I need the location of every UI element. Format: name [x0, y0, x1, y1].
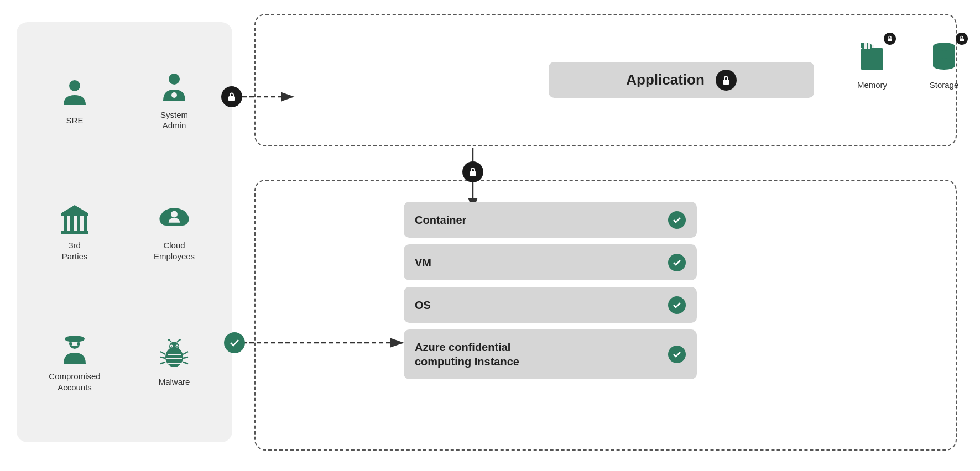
- svg-line-39: [183, 362, 188, 364]
- bottom-connector-check: [224, 332, 245, 353]
- stack-container: Container VM OS Azure confidentialcomput…: [404, 202, 697, 379]
- application-bar: Application: [549, 62, 814, 98]
- third-parties-label: 3rdParties: [62, 240, 88, 261]
- actor-compromised-accounts: CompromisedAccounts: [49, 333, 100, 393]
- sre-label: SRE: [66, 115, 84, 126]
- azure-check: [668, 346, 686, 363]
- svg-rect-68: [470, 171, 476, 176]
- resource-memory: Memory: [853, 37, 892, 90]
- actor-cloud-employees: CloudEmployees: [154, 202, 195, 261]
- svg-rect-13: [84, 216, 87, 231]
- cloud-employees-label: CloudEmployees: [154, 240, 195, 261]
- container-label: Container: [415, 213, 466, 227]
- svg-rect-12: [77, 216, 80, 231]
- storage-icon: [927, 40, 961, 73]
- actor-sre: SRE: [58, 77, 91, 126]
- svg-line-37: [183, 352, 188, 354]
- memory-icon: [856, 40, 889, 73]
- container-check: [668, 211, 686, 229]
- svg-point-5: [169, 74, 180, 85]
- storage-lock-badge: [956, 33, 968, 45]
- actor-third-parties: 3rdParties: [58, 202, 91, 261]
- svg-rect-50: [888, 39, 892, 42]
- svg-point-22: [69, 342, 72, 346]
- svg-line-38: [183, 357, 188, 358]
- svg-point-6: [171, 92, 177, 98]
- vertical-connector-lock: [462, 161, 483, 182]
- malware-icon: [158, 339, 191, 372]
- left-panel: SRE SystemAdmin: [17, 22, 232, 442]
- svg-point-57: [933, 62, 955, 70]
- svg-point-4: [69, 80, 80, 91]
- sre-icon: [58, 77, 91, 111]
- stack-item-os: OS: [404, 287, 697, 323]
- canvas: SRE SystemAdmin: [0, 0, 980, 471]
- resource-icons: Memory: [853, 37, 980, 90]
- memory-icon-wrap: [853, 37, 892, 76]
- svg-line-34: [160, 352, 165, 354]
- svg-line-36: [160, 362, 165, 364]
- svg-line-35: [160, 357, 165, 358]
- svg-rect-11: [70, 216, 74, 231]
- resource-storage: Storage: [925, 37, 963, 90]
- svg-rect-7: [61, 231, 88, 234]
- memory-label: Memory: [857, 80, 887, 90]
- app-lock-badge: [716, 70, 737, 91]
- svg-rect-8: [61, 213, 88, 216]
- compromised-accounts-icon: [58, 333, 91, 367]
- system-admin-label: SystemAdmin: [160, 109, 188, 131]
- stack-item-vm: VM: [404, 244, 697, 280]
- azure-label: Azure confidentialcomputing Instance: [415, 340, 519, 369]
- actor-malware: Malware: [158, 339, 191, 388]
- svg-point-28: [171, 346, 172, 347]
- application-label: Application: [626, 71, 705, 88]
- svg-rect-49: [872, 45, 874, 48]
- svg-rect-47: [864, 43, 867, 49]
- vm-label: VM: [415, 255, 431, 270]
- memory-lock-badge: [884, 33, 896, 45]
- top-connector-lock: [221, 86, 242, 107]
- svg-point-18: [171, 211, 178, 218]
- os-check: [668, 296, 686, 314]
- svg-marker-9: [61, 205, 88, 213]
- svg-rect-10: [64, 216, 67, 231]
- top-box: Application: [254, 14, 957, 146]
- actor-system-admin: SystemAdmin: [158, 72, 191, 131]
- svg-point-23: [77, 342, 80, 346]
- stack-item-container: Container: [404, 202, 697, 238]
- svg-rect-44: [723, 80, 729, 85]
- compromised-accounts-label: CompromisedAccounts: [49, 371, 100, 393]
- system-admin-icon: [158, 72, 191, 105]
- svg-rect-43: [228, 96, 235, 101]
- storage-label: Storage: [930, 80, 959, 90]
- svg-point-29: [176, 346, 178, 347]
- third-parties-icon: [58, 202, 91, 236]
- malware-label: Malware: [159, 376, 190, 388]
- svg-rect-48: [868, 43, 870, 49]
- stack-item-azure: Azure confidentialcomputing Instance: [404, 329, 697, 379]
- os-label: OS: [415, 298, 431, 312]
- vm-check: [668, 254, 686, 271]
- svg-rect-45: [861, 48, 883, 70]
- svg-rect-58: [960, 39, 964, 42]
- cloud-employees-icon: [158, 202, 191, 236]
- storage-icon-wrap: [925, 37, 963, 76]
